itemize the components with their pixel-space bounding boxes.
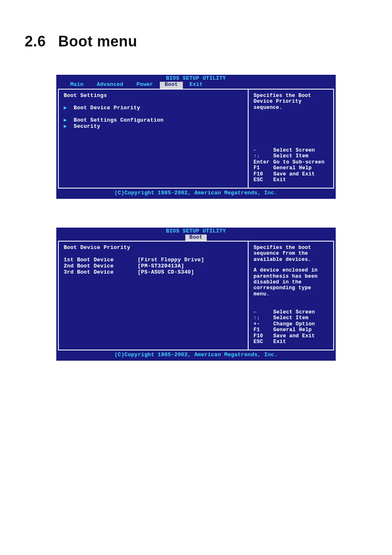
bios-screenshot-boot-device-priority: BIOS SETUP UTILITY Boot Boot Device Prio… [56, 228, 336, 361]
bios-copyright: (C)Copyright 1985-2002, American Megatre… [56, 350, 336, 361]
menu-item-security[interactable]: ▶ Security [64, 124, 244, 130]
menu-item-label: Security [74, 123, 100, 129]
bios-copyright: (C)Copyright 1985-2002, American Megatre… [56, 189, 336, 199]
help-description-1: Specifies the boot sequence from the ava… [254, 245, 329, 263]
row-label: 3rd Boot Device [64, 269, 138, 276]
help-key-label: Save and Exit [273, 171, 315, 177]
submenu-triangle-icon: ▶ [64, 117, 74, 123]
bios-tab-bar: Main Advanced Power Boot Exit [56, 82, 336, 89]
help-key-esc: ESC [254, 339, 273, 345]
section-title: Boot menu [58, 33, 137, 50]
arrow-left-icon: ← [254, 309, 273, 315]
blank-line [64, 99, 244, 105]
help-key-plusminus: +- [254, 321, 273, 327]
row-label: 2nd Boot Device [64, 263, 138, 269]
bios-title: BIOS SETUP UTILITY [56, 76, 336, 82]
row-1st-boot-device[interactable]: 1st Boot Device [First Floppy Drive] [64, 257, 244, 263]
blank-line [64, 111, 244, 117]
bios-title: BIOS SETUP UTILITY [56, 228, 336, 235]
help-key-label: General Help [273, 165, 312, 171]
help-key-f1: F1 [254, 327, 273, 333]
help-key-label: Exit [273, 177, 286, 183]
menu-item-boot-settings-config[interactable]: ▶ Boot Settings Configuration [64, 117, 244, 124]
bios-header: BIOS SETUP UTILITY Boot [56, 228, 336, 241]
row-value: [First Floppy Drive] [138, 257, 204, 263]
tab-exit[interactable]: Exit [183, 82, 209, 89]
arrow-updown-icon: ↑↓ [254, 315, 273, 321]
help-key-f1: F1 [254, 165, 273, 171]
bios-header: BIOS SETUP UTILITY Main Advanced Power B… [56, 75, 336, 89]
bios-help-panel: Specifies the Boot Device Priority seque… [248, 89, 334, 189]
section-number: 2.6 [25, 33, 46, 50]
section-heading: 2.6Boot menu [25, 33, 392, 50]
help-keys-block: ←Select Screen ↑↓Select Item +-Change Op… [254, 309, 329, 345]
panel-heading: Boot Device Priority [64, 245, 244, 251]
submenu-triangle-icon: ▶ [64, 123, 74, 129]
row-label: 1st Boot Device [64, 257, 138, 263]
tab-main[interactable]: Main [64, 82, 90, 89]
arrow-left-icon: ← [254, 147, 273, 153]
blank-line [64, 251, 244, 257]
help-key-enter: Enter [254, 159, 273, 165]
help-key-label: General Help [273, 327, 312, 333]
help-key-label: Select Screen [273, 147, 315, 153]
help-key-label: Select Screen [273, 309, 315, 315]
help-keys-block: ←Select Screen ↑↓Select Item EnterGo to … [254, 147, 329, 183]
help-key-label: Exit [273, 339, 286, 345]
help-key-label: Select Item [273, 315, 309, 321]
tab-advanced[interactable]: Advanced [90, 82, 130, 89]
row-2nd-boot-device[interactable]: 2nd Boot Device [PM-ST320413A] [64, 263, 244, 269]
arrow-updown-icon: ↑↓ [254, 153, 273, 159]
help-key-f10: F10 [254, 333, 273, 339]
bios-left-panel: Boot Settings ▶ Boot Device Priority ▶ B… [58, 89, 248, 189]
help-key-label: Select Item [273, 153, 309, 159]
menu-item-label: Boot Settings Configuration [74, 117, 164, 123]
menu-item-label: Boot Device Priority [74, 105, 140, 111]
row-value: [PS-ASUS CD-S340] [138, 269, 194, 276]
bios-screenshot-boot-settings: BIOS SETUP UTILITY Main Advanced Power B… [56, 75, 336, 199]
row-3rd-boot-device[interactable]: 3rd Boot Device [PS-ASUS CD-S340] [64, 269, 244, 276]
submenu-triangle-icon: ▶ [64, 105, 74, 111]
bios-left-panel: Boot Device Priority 1st Boot Device [Fi… [58, 241, 248, 350]
tab-boot[interactable]: Boot [185, 235, 207, 241]
help-key-label: Save and Exit [273, 333, 315, 339]
bios-tab-bar-sub: Boot [56, 235, 336, 241]
bios-help-panel: Specifies the boot sequence from the ava… [248, 241, 334, 350]
help-key-label: Change Option [273, 321, 315, 327]
help-key-f10: F10 [254, 171, 273, 177]
tab-boot[interactable]: Boot [160, 82, 183, 89]
help-description: Specifies the Boot Device Priority seque… [254, 93, 329, 111]
help-key-label: Go to Sub-screen [273, 159, 325, 165]
panel-heading: Boot Settings [64, 93, 244, 99]
row-value: [PM-ST320413A] [138, 263, 184, 269]
menu-item-boot-device-priority[interactable]: ▶ Boot Device Priority [64, 105, 244, 111]
help-description-2: A device enclosed in parenthesis has bee… [254, 267, 329, 297]
tab-power[interactable]: Power [130, 82, 160, 89]
help-key-esc: ESC [254, 177, 273, 183]
